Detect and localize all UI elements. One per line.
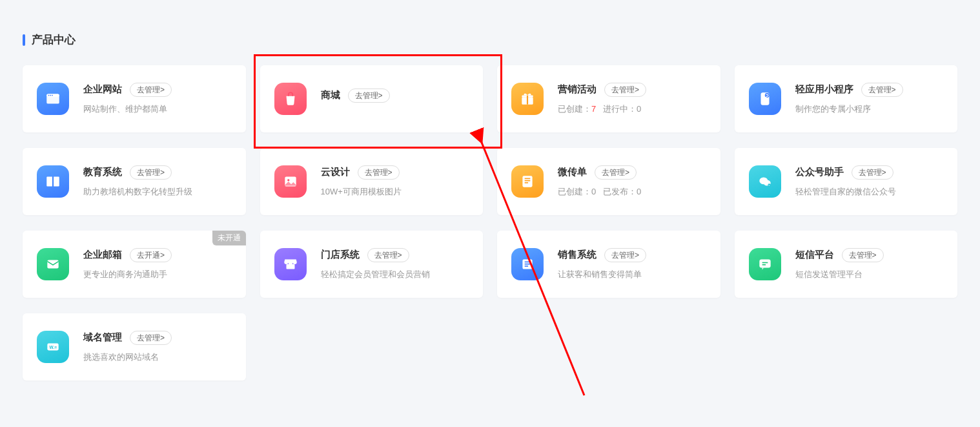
manage-button[interactable]: 去管理> <box>348 89 390 103</box>
wechat-icon <box>749 165 781 198</box>
sms-icon <box>749 248 781 280</box>
manage-button[interactable]: 去管理> <box>358 165 400 180</box>
manage-button[interactable]: 去管理> <box>861 83 903 98</box>
svg-rect-20 <box>47 260 58 269</box>
manage-button[interactable]: 去管理> <box>130 331 172 346</box>
image-icon <box>274 165 307 198</box>
product-card[interactable]: 微传单去管理>已创建：0 已发布：0 <box>497 148 720 215</box>
svg-rect-15 <box>525 180 531 182</box>
card-body: 企业网站去管理>网站制作、维护都简单 <box>83 83 232 116</box>
card-title-row: 商城去管理> <box>321 89 469 103</box>
card-title-row: 微传单去管理> <box>558 165 706 180</box>
card-description: 挑选喜欢的网站域名 <box>83 351 232 363</box>
product-card[interactable]: W.=域名管理去管理>挑选喜欢的网站域名 <box>23 313 246 380</box>
card-description: 短信发送管理平台 <box>795 269 944 280</box>
gift-icon <box>511 83 544 115</box>
manage-button[interactable]: 去管理> <box>852 165 893 180</box>
product-card[interactable]: 门店系统去管理>轻松搞定会员管理和会员营销 <box>260 231 484 298</box>
window-icon <box>37 83 69 115</box>
list-icon <box>511 248 544 280</box>
card-body: 销售系统去管理>让获客和销售变得简单 <box>558 248 706 281</box>
product-card[interactable]: 企业邮箱去开通>更专业的商务沟通助手未开通 <box>23 231 246 298</box>
svg-text:W.=: W.= <box>50 345 57 349</box>
stat-running-value: 0 <box>637 104 641 114</box>
card-description: 让获客和销售变得简单 <box>558 269 706 280</box>
card-body: 商城去管理> <box>321 89 469 110</box>
card-description: 轻松搞定会员管理和会员营销 <box>321 269 469 280</box>
product-card[interactable]: 营销活动去管理>已创建：7 进行中：0 <box>497 65 720 132</box>
product-card[interactable]: 云设计去管理>10W+可商用模板图片 <box>260 148 484 215</box>
product-card[interactable]: 教育系统去管理>助力教培机构数字化转型升级 <box>23 148 246 215</box>
card-body: 企业邮箱去开通>更专业的商务沟通助手 <box>83 248 232 281</box>
miniapp-icon <box>749 83 781 115</box>
card-title-row: 域名管理去管理> <box>83 331 232 346</box>
svg-rect-28 <box>762 264 765 266</box>
svg-rect-23 <box>525 262 531 263</box>
card-body: 公众号助手去管理>轻松管理自家的微信公众号 <box>795 165 944 198</box>
card-body: 域名管理去管理>挑选喜欢的网站域名 <box>83 331 232 364</box>
svg-rect-25 <box>525 266 528 267</box>
card-title-row: 公众号助手去管理> <box>795 165 944 180</box>
card-body: 轻应用小程序去管理>制作您的专属小程序 <box>795 83 944 116</box>
card-title: 域名管理 <box>83 331 122 344</box>
svg-point-9 <box>764 93 769 98</box>
card-title-row: 短信平台去管理> <box>795 248 944 263</box>
svg-rect-16 <box>525 182 528 183</box>
svg-point-12 <box>287 179 289 181</box>
svg-point-3 <box>50 95 51 96</box>
card-body: 短信平台去管理>短信发送管理平台 <box>795 248 944 281</box>
card-title-row: 营销活动去管理> <box>558 83 706 98</box>
card-title-row: 企业邮箱去开通> <box>83 248 232 263</box>
card-title: 云设计 <box>321 166 350 178</box>
card-body: 门店系统去管理>轻松搞定会员管理和会员营销 <box>321 248 469 281</box>
product-card[interactable]: 商城去管理> <box>260 65 484 132</box>
card-title: 短信平台 <box>795 249 834 261</box>
stat-running-label: 进行中： <box>603 104 637 114</box>
svg-rect-26 <box>759 259 770 267</box>
manage-button[interactable]: 去管理> <box>842 248 884 263</box>
stat-running-label: 已发布： <box>603 187 637 196</box>
section-title: 产品中心 <box>32 32 76 47</box>
section-accent-bar <box>23 34 25 46</box>
card-description: 网站制作、维护都简单 <box>83 103 232 115</box>
card-title-row: 教育系统去管理> <box>83 165 232 180</box>
card-title: 营销活动 <box>558 83 597 96</box>
product-card[interactable]: 公众号助手去管理>轻松管理自家的微信公众号 <box>735 148 958 215</box>
card-description: 更专业的商务沟通助手 <box>83 269 232 280</box>
product-card[interactable]: 销售系统去管理>让获客和销售变得简单 <box>497 231 720 298</box>
manage-button[interactable]: 去管理> <box>130 83 172 98</box>
manage-button[interactable]: 去管理> <box>595 165 637 180</box>
card-title: 公众号助手 <box>795 166 844 178</box>
stat-running-value: 0 <box>637 187 641 196</box>
card-title: 销售系统 <box>558 249 597 261</box>
manage-button[interactable]: 去管理> <box>604 83 646 98</box>
manage-button[interactable]: 去管理> <box>367 248 409 263</box>
card-description: 轻松管理自家的微信公众号 <box>795 186 944 198</box>
svg-rect-14 <box>525 178 531 180</box>
svg-rect-10 <box>52 176 54 186</box>
card-title: 企业邮箱 <box>83 249 122 261</box>
card-description: 制作您的专属小程序 <box>795 103 944 115</box>
stat-created-value: 0 <box>591 187 596 196</box>
store-icon <box>274 248 307 280</box>
section-header: 产品中心 <box>23 32 957 47</box>
product-card[interactable]: 企业网站去管理>网站制作、维护都简单 <box>23 65 246 132</box>
card-title: 企业网站 <box>83 83 122 96</box>
product-card[interactable]: 轻应用小程序去管理>制作您的专属小程序 <box>735 65 958 132</box>
stat-created-label: 已创建： <box>558 187 591 196</box>
card-body: 营销活动去管理>已创建：7 进行中：0 <box>558 83 706 116</box>
svg-rect-21 <box>286 264 294 269</box>
open-button[interactable]: 去开通> <box>130 248 172 263</box>
shopping-bag-icon <box>274 83 307 115</box>
product-card[interactable]: 短信平台去管理>短信发送管理平台 <box>735 231 958 298</box>
product-grid: 企业网站去管理>网站制作、维护都简单商城去管理>营销活动去管理>已创建：7 进行… <box>23 65 957 380</box>
card-title: 教育系统 <box>83 166 122 178</box>
card-title-row: 企业网站去管理> <box>83 83 232 98</box>
svg-point-2 <box>48 95 50 96</box>
manage-button[interactable]: 去管理> <box>130 165 172 180</box>
stat-created-value: 7 <box>591 104 596 114</box>
card-title: 微传单 <box>558 166 587 178</box>
card-body: 教育系统去管理>助力教培机构数字化转型升级 <box>83 165 232 198</box>
mail-icon <box>37 248 69 280</box>
manage-button[interactable]: 去管理> <box>604 248 646 263</box>
